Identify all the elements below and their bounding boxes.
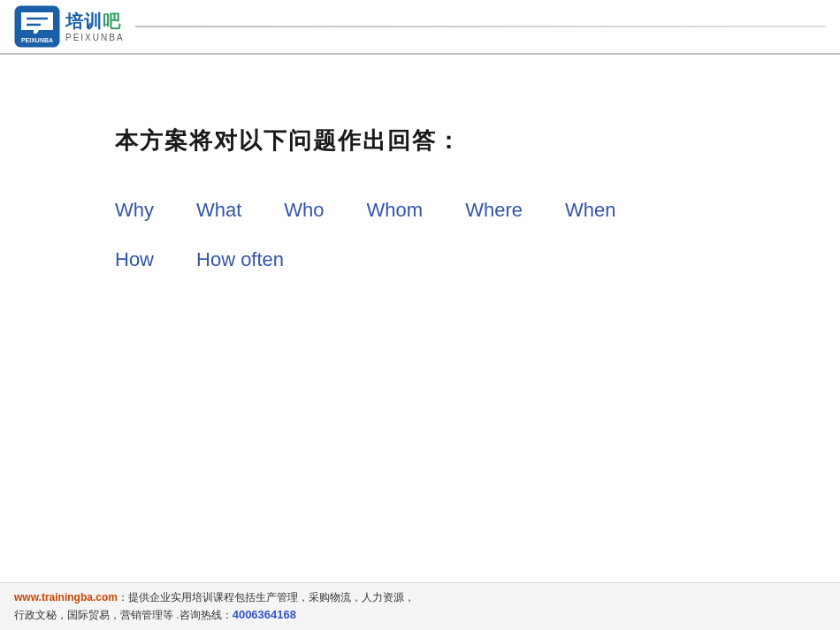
logo-text: 培训吧 PEIXUNBA [65,11,125,42]
keyword-when: When [565,199,615,222]
footer-line2-text: 行政文秘，国际贸易，营销管理等 .咨询热线： [14,609,233,621]
keyword-how-often: How often [196,248,284,271]
keyword-how: How [115,248,154,271]
logo-icon: PEIXUNBA [14,5,60,48]
keyword-why: Why [115,199,154,222]
footer-line-2: 行政文秘，国际贸易，营销管理等 .咨询热线：4006364168 [14,608,826,623]
footer-line1-text: ：提供企业实用培训课程包括生产管理，采购物流，人力资源， [118,591,415,603]
footer: www.trainingba.com：提供企业实用培训课程包括生产管理，采购物流… [0,582,840,630]
keyword-what: What [196,199,241,222]
keywords-row-2: How How often [115,248,725,271]
main-title: 本方案将对以下问题作出回答： [115,125,725,156]
footer-line-1: www.trainingba.com：提供企业实用培训课程包括生产管理，采购物流… [14,590,826,605]
footer-phone: 4006364168 [233,608,296,621]
logo-title: 培训吧 [65,11,125,32]
header: PEIXUNBA 培训吧 PEIXUNBA [0,0,840,55]
logo-subtitle: PEIXUNBA [65,33,125,42]
keywords-row-1: Why What Who Whom Where When [115,199,725,222]
keyword-who: Who [284,199,324,222]
keyword-where: Where [465,199,523,222]
svg-text:PEIXUNBA: PEIXUNBA [21,37,53,43]
footer-url[interactable]: www.trainingba.com [14,591,118,603]
logo-container: PEIXUNBA 培训吧 PEIXUNBA [14,5,125,48]
logo-title-green: 吧 [103,11,121,31]
header-divider [135,26,826,27]
keyword-whom: Whom [367,199,424,222]
main-content: 本方案将对以下问题作出回答： Why What Who Whom Where W… [0,55,840,289]
logo-title-blue: 培训 [65,11,103,31]
